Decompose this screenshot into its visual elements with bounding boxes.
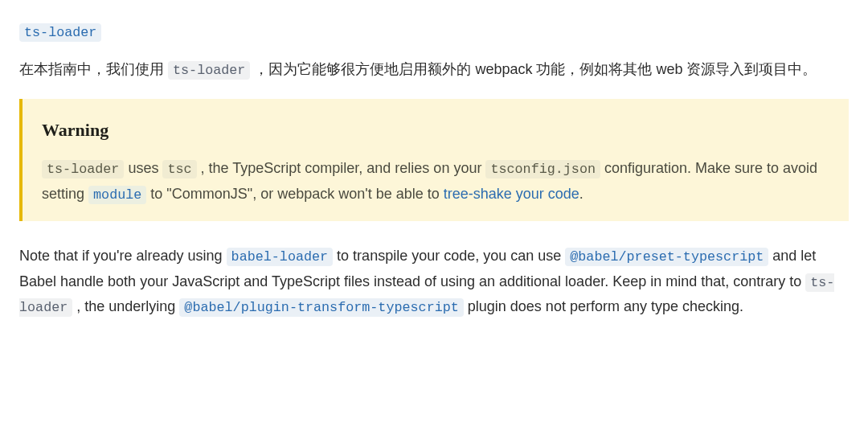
note-code-babel-loader: babel-loader [227,248,334,266]
warning-text-2: , the TypeScript compiler, and relies on… [197,160,486,176]
warning-code-module: module [88,186,146,204]
warning-text-1: uses [124,160,162,176]
warning-title: Warning [42,115,829,145]
warning-code-tsloader: ts-loader [42,160,124,178]
babel-loader-link[interactable]: babel-loader [227,248,334,264]
intro-paragraph: 在本指南中，我们使用 ts-loader ，因为它能够很方便地启用额外的 web… [19,57,849,82]
warning-callout: Warning ts-loader uses tsc , the TypeScr… [19,99,849,221]
babel-plugin-ts-link[interactable]: @babel/plugin-transform-typescript [179,298,463,314]
intro-text-after: ，因为它能够很方便地启用额外的 webpack 功能，例如将其他 web 资源导… [250,61,817,77]
note-text-4: , the underlying [72,298,179,314]
babel-preset-ts-link[interactable]: @babel/preset-typescript [565,248,768,264]
warning-text-4: to "CommonJS", or webpack won't be able … [146,186,443,202]
intro-text-before: 在本指南中，我们使用 [19,61,168,77]
intro-code: ts-loader [168,61,250,80]
note-code-plugin-ts: @babel/plugin-transform-typescript [179,298,463,317]
note-text-5: plugin does not perform any type checkin… [464,298,743,314]
tree-shake-link[interactable]: tree-shake your code [444,186,579,202]
warning-body: ts-loader uses tsc , the TypeScript comp… [42,156,829,207]
note-text-1: Note that if you're already using [19,248,227,264]
note-code-preset-ts: @babel/preset-typescript [565,248,768,266]
warning-text-5: . [579,186,583,202]
note-paragraph: Note that if you're already using babel-… [19,244,849,319]
warning-code-tsconfig: tsconfig.json [485,160,600,178]
note-text-2: to transpile your code, you can use [333,248,565,264]
warning-module-link[interactable]: module [88,186,146,202]
ts-loader-code: ts-loader [19,23,101,42]
ts-loader-link[interactable]: ts-loader [19,19,101,44]
warning-code-tsc: tsc [162,160,196,178]
